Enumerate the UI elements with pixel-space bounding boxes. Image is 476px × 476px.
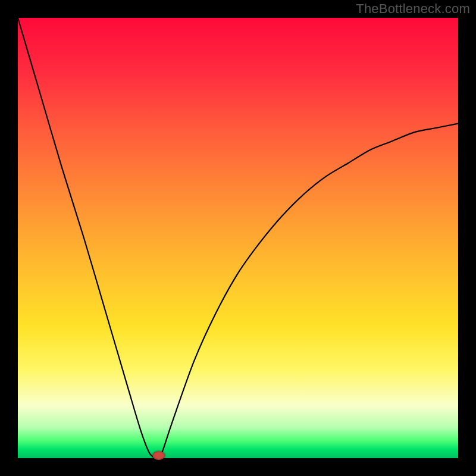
bottleneck-curve <box>18 18 458 458</box>
chart-svg <box>18 18 458 458</box>
watermark-text: TheBottleneck.com <box>356 1 470 17</box>
chart-frame: TheBottleneck.com <box>0 0 476 476</box>
plot-area <box>18 18 458 458</box>
minimum-marker <box>152 451 165 460</box>
